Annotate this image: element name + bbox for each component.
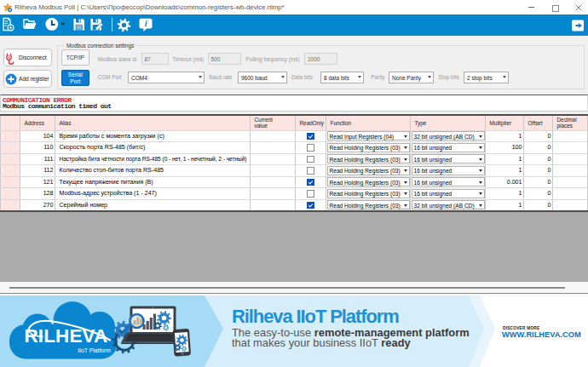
svg-text:i: i — [145, 19, 147, 28]
svg-text:IIoT Platform: IIoT Platform — [78, 347, 111, 353]
